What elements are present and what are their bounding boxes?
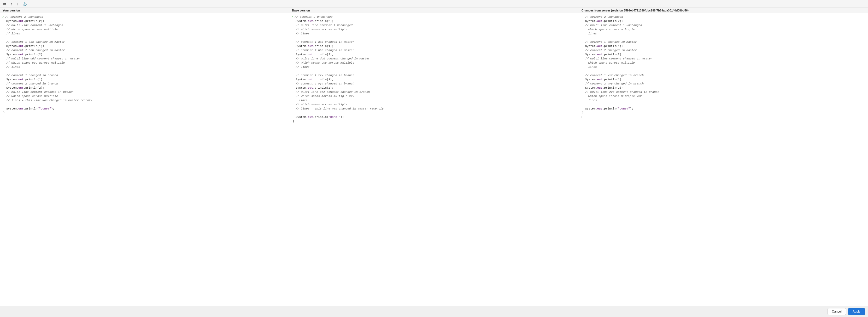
code-text: // comment 2 bbb changed in master	[6, 48, 65, 52]
navigate-down-button[interactable]: ↓	[16, 2, 19, 6]
code-line: // comment 2 changed in branch	[0, 81, 289, 86]
code-line: }	[289, 119, 579, 123]
code-line: // comment 2 yyy changed in branch	[579, 81, 868, 86]
empty-line	[579, 102, 868, 107]
your-version-panel: Your version ✓ // comment 2 unchanged Sy…	[0, 8, 289, 306]
code-text: System.out.println("Done!");	[585, 107, 633, 111]
code-line: System.out.println(1);	[0, 44, 289, 48]
code-text: System.out.println(2);	[296, 52, 334, 57]
code-text: // which spans across multiple	[6, 27, 58, 32]
code-text: which spans across multiple	[588, 27, 635, 32]
your-version-content[interactable]: ✓ // comment 2 unchanged System.out.prin…	[0, 13, 289, 306]
code-line: System.out.println(1);	[0, 77, 289, 81]
server-version-content[interactable]: // comment 2 unchanged System.out.printl…	[579, 13, 868, 306]
base-version-header: Base version	[289, 8, 579, 13]
code-line: lines	[579, 65, 868, 69]
code-text: System.out.println("Done!");	[296, 115, 344, 119]
code-text: System.out.println(1);	[6, 77, 44, 81]
code-line: System.out.println(2);	[0, 86, 289, 90]
code-line: System.out.println(2);	[289, 19, 579, 23]
code-line: ✓ // comment 2 unchanged	[0, 15, 289, 19]
code-line: // lines	[0, 65, 289, 69]
cancel-button[interactable]: Cancel	[828, 308, 846, 315]
empty-line	[579, 69, 868, 73]
code-line: System.out.println(1);	[579, 44, 868, 48]
code-text: }	[2, 115, 4, 119]
code-text: // lines	[296, 65, 309, 69]
code-text: // which spans across multiple	[296, 27, 347, 32]
code-line: // lines	[289, 65, 579, 69]
code-line: System.out.println(2);	[289, 52, 579, 57]
code-line: // multi line ddd comment changed in mas…	[0, 57, 289, 61]
empty-line	[579, 36, 868, 40]
code-text: System.out.println(2);	[585, 86, 623, 90]
code-text: lines	[588, 65, 597, 69]
code-text: // lines – this line was changed in mast…	[296, 107, 383, 111]
code-text: System.out.println(2);	[296, 86, 334, 90]
code-line: // comment 2 bbb changed in master	[0, 48, 289, 52]
code-line: System.out.println("Done!");	[579, 107, 868, 111]
code-text: System.out.println(1);	[585, 44, 623, 48]
code-text: // comment 1 changed in branch	[6, 73, 58, 77]
base-version-panel: Base version ✓ // comment 2 unchanged Sy…	[289, 8, 579, 306]
server-version-panel: Changes from server (revision 3599eb4791…	[579, 8, 868, 306]
code-text: // comment 1 xxx changed in branch	[296, 73, 354, 77]
code-line: System.out.println(1);	[579, 77, 868, 81]
code-text: // comment 1 aaa changed in master	[6, 40, 65, 44]
code-text: // which spans ccc across multiple	[296, 61, 354, 65]
code-text: System.out.println(2);	[296, 19, 334, 23]
code-text: // comment 1 xxx changed in branch	[585, 73, 644, 77]
code-text: // comment 2 unchanged	[294, 15, 333, 19]
empty-line	[0, 36, 289, 40]
code-text: // comment 2 yyy changed in branch	[296, 81, 354, 86]
code-line: // which spans ccc across multiple	[0, 61, 289, 65]
code-line: // comment 2 unchanged	[579, 15, 868, 19]
code-text: // multi line comment changed in branch	[6, 90, 73, 94]
code-text: }	[3, 111, 5, 115]
code-text: System.out.println(2);	[585, 52, 623, 57]
code-text: System.out.println(2);	[6, 19, 44, 23]
code-line: // which spans ccc across multiple	[289, 61, 579, 65]
code-text: System.out.println(1);	[585, 77, 623, 81]
code-line: System.out.println(2);	[579, 86, 868, 90]
code-line: // which spans across multiple xxx	[289, 94, 579, 98]
code-line: System.out.println(2);	[0, 52, 289, 57]
code-text: // comment 2 bbb changed in master	[296, 48, 354, 52]
code-line: // multi line zzz comment changed in bra…	[289, 90, 579, 94]
code-text: lines	[588, 98, 597, 102]
code-text: // which spans across multiple	[6, 94, 58, 98]
settings-button[interactable]: ⚓	[22, 2, 28, 6]
code-text: }	[582, 111, 584, 115]
code-text: System.out.println(1);	[6, 44, 44, 48]
code-line: // lines – this line was changed in mast…	[0, 98, 289, 102]
navigate-changes-button[interactable]: ⇄	[2, 2, 7, 6]
code-line: ✓ // comment 2 unchanged	[289, 15, 579, 19]
code-line: System.out.println("Done!");	[0, 107, 289, 111]
check-mark: ✓	[2, 15, 4, 19]
base-version-content[interactable]: ✓ // comment 2 unchanged System.out.prin…	[289, 13, 579, 306]
your-version-header: Your version	[0, 8, 289, 13]
empty-line	[289, 69, 579, 73]
code-line: which spans across multiple xxx	[579, 94, 868, 98]
code-text: // multi line comment 1 unchanged	[585, 23, 642, 27]
code-text: lines	[588, 32, 597, 36]
code-line: }	[579, 111, 868, 115]
code-line: // multi line comment 1 unchanged	[289, 23, 579, 27]
navigate-up-button[interactable]: ↑	[9, 2, 13, 6]
server-version-header: Changes from server (revision 3599eb4791…	[579, 8, 868, 13]
code-line: System.out.println(1);	[289, 44, 579, 48]
code-line: // multi line comment changed in branch	[0, 90, 289, 94]
code-text: System.out.println("Done!");	[6, 107, 55, 111]
code-line: // multi line comment 1 unchanged	[579, 23, 868, 27]
code-line: // comment 1 aaa changed in master	[0, 40, 289, 44]
code-line: // comment 1 aaa changed in master	[289, 40, 579, 44]
code-text: System.out.println(2);	[6, 86, 44, 90]
code-line: System.out.println(2);	[289, 86, 579, 90]
code-line: // which spans across multiple	[0, 94, 289, 98]
empty-line	[0, 69, 289, 73]
apply-button[interactable]: Apply	[848, 308, 865, 315]
diff-container: Your version ✓ // comment 2 unchanged Sy…	[0, 8, 868, 306]
code-line: System.out.println(2);	[0, 19, 289, 23]
code-line: // comment 2 bbb changed in master	[289, 48, 579, 52]
code-line: which spans across multiple	[579, 61, 868, 65]
